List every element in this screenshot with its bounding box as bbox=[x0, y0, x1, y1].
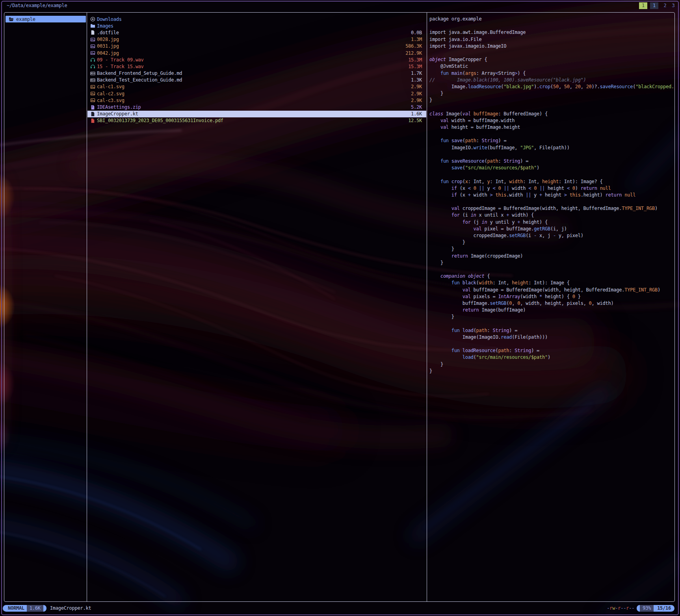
tab-2[interactable]: 1 bbox=[650, 2, 658, 9]
file-name: 09 - Track 09.wav bbox=[97, 57, 144, 63]
code-line: fun saveResource(path: String) = bbox=[429, 158, 674, 165]
code-line: croppedImage.setRGB(i - x, j - y, pixel) bbox=[429, 232, 674, 239]
code-line: load("src/main/resources/$path") bbox=[429, 354, 674, 361]
file-row[interactable]: ImageCropper.kt1.6K bbox=[87, 111, 426, 117]
file-name: cal-c1.svg bbox=[97, 84, 124, 89]
headphones-icon bbox=[90, 64, 95, 69]
code-line: import java.io.File bbox=[429, 36, 674, 43]
status-left: NORMAL 1.6K ImageCropper.kt bbox=[3, 605, 91, 612]
breadcrumb-path: ~/Data/example/example bbox=[7, 2, 67, 9]
code-line bbox=[429, 104, 674, 110]
pane-separator-left bbox=[87, 13, 87, 601]
code-line: } bbox=[429, 260, 674, 266]
image-icon bbox=[90, 91, 95, 96]
file-name: 0028.jpg bbox=[97, 37, 119, 42]
code-line: import java.awt.image.BufferedImage bbox=[429, 29, 674, 36]
code-line bbox=[429, 22, 674, 29]
file-name: 0042.jpg bbox=[97, 50, 119, 56]
code-line bbox=[429, 50, 674, 56]
code-line: return Image(buffImage) bbox=[429, 307, 674, 314]
code-line: fun crop(x: Int, y: Int, width: Int, hei… bbox=[429, 178, 674, 185]
code-line: for (j in y until y + height) { bbox=[429, 219, 674, 226]
file-row[interactable]: 15 - Track 15.wav15.3M bbox=[87, 63, 426, 70]
file-row[interactable]: 0031.jpg586.3K bbox=[87, 43, 426, 50]
file-size: 2.9K bbox=[411, 84, 422, 89]
code-line: Image(ImageIO.read(File(path))) bbox=[429, 334, 674, 341]
file-name: 0031.jpg bbox=[97, 43, 119, 49]
file-row[interactable]: Images bbox=[87, 22, 426, 29]
file-name: 15 - Track 15.wav bbox=[97, 64, 144, 69]
code-line: class Image(val buffImage: BufferedImage… bbox=[429, 111, 674, 117]
code-line: if (x + width > this.width || y + height… bbox=[429, 192, 674, 199]
code-line: object ImageCropper { bbox=[429, 56, 674, 63]
code-line: fun load(path: String) = bbox=[429, 327, 674, 334]
code-line: @JvmStatic bbox=[429, 63, 674, 70]
code-line: import javax.imageio.ImageIO bbox=[429, 43, 674, 50]
file-row[interactable]: cal-c3.svg2.9K bbox=[87, 97, 426, 104]
file-size: 1.7K bbox=[411, 71, 422, 76]
code-line bbox=[429, 266, 674, 273]
file-name: .dotfile bbox=[97, 30, 119, 35]
file-name: IDEAsettings.zip bbox=[97, 104, 141, 110]
code-line: fun loadResource(path: String) = bbox=[429, 347, 674, 354]
file-size: 12.5K bbox=[408, 118, 422, 123]
file-size: 5.2K bbox=[411, 104, 422, 110]
code-line: if (x < 0 || y < 0 || width < 0 || heigh… bbox=[429, 185, 674, 192]
file-row[interactable]: Backend_Frontend_Setup_Guide.md1.7K bbox=[87, 70, 426, 77]
file-row[interactable]: IDEAsettings.zip5.2K bbox=[87, 104, 426, 110]
file-size: 15.3M bbox=[408, 64, 422, 69]
code-line bbox=[429, 320, 674, 327]
code-line bbox=[429, 199, 674, 205]
file-size: 0.0B bbox=[411, 30, 422, 35]
image-icon bbox=[90, 98, 95, 103]
folder-open-icon bbox=[9, 17, 14, 22]
parent-dir-item[interactable]: example bbox=[6, 16, 86, 22]
file-row[interactable]: 0042.jpg212.9K bbox=[87, 50, 426, 56]
tab-4[interactable]: 3 bbox=[672, 2, 675, 9]
code-line: fun save(path: String) = bbox=[429, 137, 674, 144]
code-line: val buffImage = BufferedImage(width, hei… bbox=[429, 287, 674, 293]
code-line: val croppedImage = BufferedImage(width, … bbox=[429, 205, 674, 212]
image-icon bbox=[90, 50, 95, 56]
code-line: package org.example bbox=[429, 16, 674, 22]
file-row[interactable]: Downloads bbox=[87, 16, 426, 22]
headphones-icon bbox=[90, 57, 95, 62]
file-name: cal-c3.svg bbox=[97, 98, 124, 103]
image-icon bbox=[90, 37, 95, 42]
status-right: -rw-r--r-- 93% 15/16 bbox=[607, 605, 674, 612]
file-row[interactable]: cal-c1.svg2.9K bbox=[87, 83, 426, 90]
code-line bbox=[429, 151, 674, 158]
code-line: } bbox=[429, 368, 674, 375]
code-preview: package org.example import java.awt.imag… bbox=[429, 16, 674, 375]
code-line: val pixels = IntArray(width * height) { … bbox=[429, 293, 674, 300]
scroll-percent: 93% bbox=[640, 605, 654, 612]
file-size: 2.9K bbox=[411, 98, 422, 103]
file-name: Downloads bbox=[97, 17, 122, 22]
code-line: companion object { bbox=[429, 273, 674, 280]
file-size-badge: 1.6K bbox=[27, 605, 43, 612]
file-name: cal-c2.svg bbox=[97, 91, 124, 96]
file-preview-pane[interactable]: package org.example import java.awt.imag… bbox=[427, 12, 674, 601]
code-line: Image.loadResource("black.jpg").crop(50,… bbox=[429, 83, 674, 90]
status-filename: ImageCropper.kt bbox=[50, 605, 91, 612]
file-name: Images bbox=[97, 23, 113, 29]
pdf-icon bbox=[90, 118, 95, 123]
code-line bbox=[429, 341, 674, 347]
image-icon bbox=[90, 84, 95, 89]
file-icon bbox=[90, 30, 95, 35]
tab-3[interactable]: 2 bbox=[663, 2, 667, 9]
code-line: return Image(croppedImage) bbox=[429, 253, 674, 260]
markdown-icon bbox=[90, 71, 95, 76]
file-row[interactable]: 09 - Track 09.wav15.3M bbox=[87, 56, 426, 63]
code-line: } bbox=[429, 314, 674, 320]
file-row[interactable]: cal-c2.svg2.9K bbox=[87, 90, 426, 97]
tab-bar: 1123 bbox=[639, 2, 675, 9]
file-row[interactable]: SBI_0032013739_2023_DE05_0003155631Invoi… bbox=[87, 117, 426, 124]
file-row[interactable]: 0028.jpg1.3M bbox=[87, 36, 426, 43]
file-row[interactable]: .dotfile0.0B bbox=[87, 29, 426, 36]
tab-1[interactable]: 1 bbox=[639, 2, 647, 9]
cursor-position: 15/16 bbox=[654, 605, 674, 612]
file-row[interactable]: Backend_Test_Execution_Guide.md1.3K bbox=[87, 77, 426, 83]
code-line: } bbox=[429, 361, 674, 368]
file-size: 1.3M bbox=[411, 37, 422, 42]
